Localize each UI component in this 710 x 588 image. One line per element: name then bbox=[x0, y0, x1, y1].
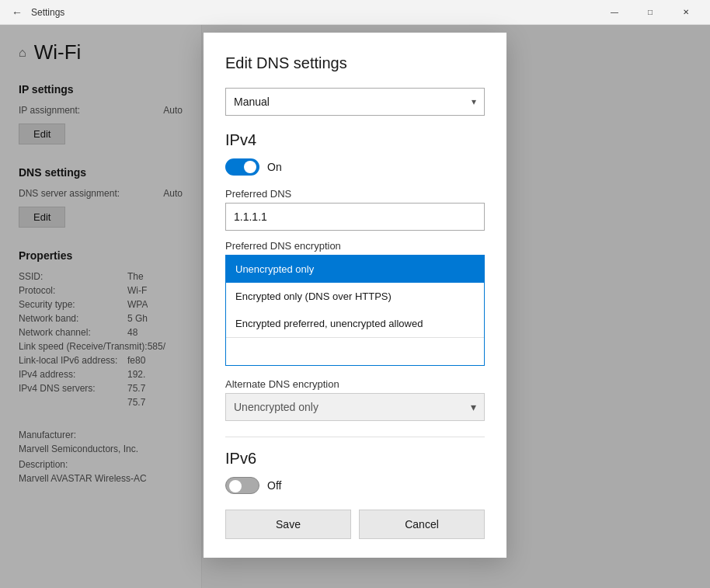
ipv4-toggle[interactable] bbox=[225, 158, 259, 176]
minimize-icon: — bbox=[611, 8, 618, 16]
preferred-dns-label: Preferred DNS bbox=[225, 188, 485, 200]
alt-enc-select[interactable]: Unencrypted only ▾ bbox=[225, 393, 485, 421]
dns-mode-wrapper: Manual ▾ bbox=[225, 88, 485, 116]
enc-option-encrypted-preferred[interactable]: Encrypted preferred, unencrypted allowed bbox=[226, 310, 484, 337]
alt-enc-label: Alternate DNS encryption bbox=[225, 378, 485, 390]
ipv4-toggle-row: On bbox=[225, 158, 485, 176]
ipv4-toggle-label: On bbox=[267, 161, 282, 173]
dns-mode-value: Manual bbox=[234, 96, 270, 108]
preferred-enc-dropdown[interactable]: Unencrypted only Encrypted only (DNS ove… bbox=[225, 255, 485, 366]
title-bar: ← Settings — □ ✕ bbox=[0, 0, 710, 25]
preferred-enc-label: Preferred DNS encryption bbox=[225, 240, 485, 252]
ipv6-toggle[interactable] bbox=[225, 477, 259, 494]
toggle-thumb bbox=[244, 161, 256, 173]
ipv6-section-title: IPv6 bbox=[225, 450, 485, 468]
close-button[interactable]: ✕ bbox=[668, 0, 704, 25]
maximize-button[interactable]: □ bbox=[632, 0, 668, 25]
ipv6-divider bbox=[225, 437, 485, 437]
alt-enc-value: Unencrypted only bbox=[234, 401, 318, 413]
enc-option-blank bbox=[226, 337, 484, 365]
ipv6-toggle-thumb bbox=[229, 480, 242, 492]
window-title: Settings bbox=[31, 7, 64, 18]
save-button[interactable]: Save bbox=[225, 510, 351, 539]
edit-dns-dialog: Edit DNS settings Manual ▾ IPv4 On Prefe… bbox=[204, 33, 506, 558]
ipv6-toggle-label: Off bbox=[267, 479, 281, 492]
preferred-dns-input[interactable] bbox=[225, 203, 485, 231]
dns-mode-select[interactable]: Manual ▾ bbox=[225, 88, 485, 116]
dialog-footer: Save Cancel bbox=[225, 510, 485, 539]
window-controls: — □ ✕ bbox=[597, 0, 704, 25]
maximize-icon: □ bbox=[648, 8, 653, 16]
dialog-title: Edit DNS settings bbox=[225, 54, 485, 72]
enc-option-encrypted-only[interactable]: Encrypted only (DNS over HTTPS) bbox=[226, 283, 484, 310]
main-layout: ⌂ Wi-Fi IP settings IP assignment: Auto … bbox=[0, 25, 710, 588]
ipv6-toggle-row: Off bbox=[225, 477, 485, 494]
enc-option-unencrypted[interactable]: Unencrypted only bbox=[226, 256, 484, 283]
chevron-down-icon: ▾ bbox=[472, 96, 476, 107]
dialog-overlay: Edit DNS settings Manual ▾ IPv4 On Prefe… bbox=[0, 25, 710, 588]
cancel-button[interactable]: Cancel bbox=[359, 510, 485, 539]
close-icon: ✕ bbox=[683, 8, 689, 16]
ipv4-section-title: IPv4 bbox=[225, 131, 485, 149]
preferred-enc-wrapper: Preferred DNS encryption Unencrypted onl… bbox=[225, 240, 485, 366]
back-icon: ← bbox=[12, 6, 23, 19]
back-button[interactable]: ← bbox=[6, 2, 28, 23]
alt-chevron-icon: ▾ bbox=[471, 401, 476, 413]
minimize-button[interactable]: — bbox=[597, 0, 632, 25]
